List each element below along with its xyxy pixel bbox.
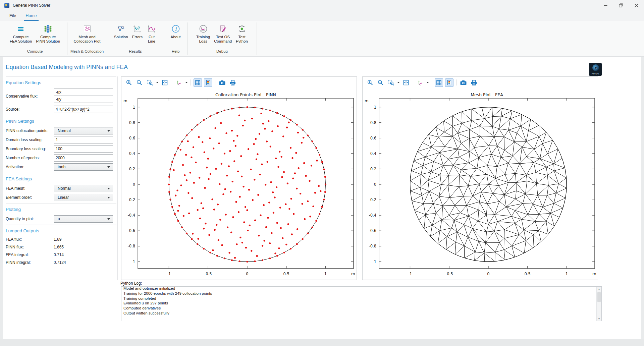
y-tick-label: -0.4 — [369, 213, 376, 218]
fit-view-icon[interactable] — [402, 78, 410, 87]
ribbon-button-label: ComputePiNN Solution — [36, 35, 60, 44]
form-row: FEA flux:1.69 — [6, 237, 116, 242]
ribbon-button-label: About — [170, 35, 180, 39]
camera-icon[interactable] — [218, 78, 226, 87]
ribbon-group-label: Compute — [3, 49, 67, 56]
scroll-down-icon[interactable]: ▼ — [597, 316, 601, 321]
camera-icon[interactable] — [459, 78, 468, 87]
collocation-plot-canvas[interactable]: -1-0.500.5110.80.60.40.20-0.2-0.4-0.6-0.… — [121, 88, 357, 280]
zoom-out-icon[interactable] — [376, 78, 385, 87]
app-icon — [4, 3, 9, 8]
ribbon-button-about[interactable]: iAbout — [169, 23, 182, 40]
window-controls — [598, 0, 644, 11]
zoom-out-icon[interactable] — [135, 78, 144, 87]
log-line: Model and optimizer initialized — [123, 286, 599, 291]
field-label: Number of epochs: — [6, 154, 40, 162]
chevron-down-icon — [107, 197, 110, 198]
ribbon-button-cut-line[interactable]: CutLine — [145, 23, 158, 44]
colorbar-toggle-icon[interactable] — [445, 78, 453, 87]
y-tick-label: 1 — [133, 105, 135, 110]
settings-panel: Equation SettingsConservative flux:Sourc… — [6, 74, 116, 268]
toolbar-separator — [456, 79, 457, 85]
y-tick-label: 0.2 — [129, 167, 135, 171]
ribbon-button-solution[interactable]: ∇2Solution — [112, 23, 130, 40]
axis-frame — [379, 98, 595, 269]
ribbon-button-training-loss[interactable]: TrainingLoss — [195, 23, 212, 44]
x-tick-label: 1 — [324, 272, 327, 276]
print-icon[interactable] — [228, 78, 237, 87]
source-field[interactable] — [54, 106, 113, 113]
domain-loss-scaling-field[interactable] — [54, 136, 113, 143]
section-divider — [6, 173, 116, 173]
form-row: PINN collocation points:Normal — [6, 127, 116, 134]
form-row: PINN integral:0.7124 — [6, 260, 116, 266]
element-order-dropdown[interactable]: Linear — [54, 194, 113, 201]
conservative-flux-field-2[interactable] — [54, 96, 113, 103]
section-divider — [6, 203, 116, 204]
ribbon-button-label: CutLine — [148, 35, 155, 44]
zoom-in-icon[interactable] — [125, 78, 133, 87]
quantity-to-plot-dropdown[interactable]: u — [54, 215, 113, 223]
neural-network-icon — [43, 24, 53, 34]
form-row: FEA mesh:Normal — [6, 185, 116, 192]
zoom-box-icon[interactable] — [146, 78, 154, 87]
chevron-down-icon — [107, 130, 110, 132]
zoom-box-icon[interactable] — [387, 78, 395, 87]
mesh-plot-canvas[interactable]: -1-0.500.5110.80.60.40.20-0.2-0.4-0.6-0.… — [363, 88, 598, 280]
fit-view-icon[interactable] — [161, 78, 169, 87]
restore-button[interactable] — [613, 0, 629, 11]
menu-tab-file[interactable]: File — [5, 11, 21, 21]
ribbon-button-mesh-and-collocation-plot[interactable]: Mesh andCollocation Plot — [72, 23, 102, 44]
boundary-loss-scaling-field[interactable] — [54, 145, 113, 153]
ribbon-group-label: Help — [164, 49, 187, 56]
plot-panel-fea: -1-0.500.5110.80.60.40.20-0.2-0.4-0.6-0.… — [362, 76, 598, 280]
log-line: Training for 2000 epochs with 249 colloc… — [123, 291, 599, 296]
fea-mesh-dropdown[interactable]: Normal — [54, 185, 113, 192]
content-area: Equation Based Modeling with PINNs and F… — [3, 57, 641, 339]
form-row: Domain loss scaling: — [6, 136, 116, 143]
pinn-integral-value: 0.7124 — [54, 260, 66, 266]
chevron-down-icon[interactable] — [185, 82, 188, 83]
y-tick-label: 0.2 — [370, 167, 376, 171]
minimize-button[interactable] — [598, 0, 613, 11]
grid-toggle-icon[interactable] — [435, 78, 443, 87]
ribbon-button-test-os-command[interactable]: Test OSCommand — [212, 23, 233, 44]
zoom-in-icon[interactable] — [366, 78, 374, 87]
chevron-down-icon[interactable] — [426, 82, 429, 83]
menu-tab-home[interactable]: Home — [21, 11, 41, 21]
form-row: Activation:tanh — [6, 163, 116, 171]
axis-orientation-icon[interactable] — [175, 78, 183, 87]
ribbon-button-compute-pinn-solution[interactable]: ComputePiNN Solution — [34, 23, 62, 44]
scrollbar-thumb[interactable] — [597, 292, 601, 302]
chevron-down-icon[interactable] — [156, 82, 159, 83]
dropdown-value: Normal — [58, 128, 71, 133]
pinn-collocation-points-dropdown[interactable]: Normal — [54, 127, 113, 134]
x-tick-label: 0.5 — [283, 272, 289, 276]
field-label: Activation: — [6, 163, 24, 171]
field-label: Quantity to plot: — [6, 215, 34, 223]
toolbar-separator — [413, 79, 413, 85]
close-button[interactable] — [629, 0, 644, 11]
colorbar-toggle-icon[interactable] — [204, 78, 212, 87]
y-tick-label: 0.6 — [370, 136, 376, 140]
ribbon-button-errors[interactable]: Errors — [130, 23, 144, 40]
logo-swirl-icon — [592, 64, 599, 71]
log-scrollbar[interactable]: ▲ ▼ — [596, 287, 601, 321]
activation-dropdown[interactable]: tanh — [54, 163, 113, 171]
log-line: Training completed — [123, 296, 599, 301]
axis-orientation-icon[interactable] — [416, 78, 424, 87]
chevron-down-icon[interactable] — [397, 82, 400, 83]
dropdown-value: tanh — [58, 165, 65, 169]
training-loss-icon — [198, 24, 208, 34]
ribbon-group-help: iAboutHelp — [164, 21, 187, 56]
y-axis-unit: m — [123, 99, 127, 103]
ribbon-button-test-python[interactable]: TestPython — [234, 23, 250, 44]
number-of-epochs-field[interactable] — [54, 154, 113, 162]
print-icon[interactable] — [470, 78, 478, 87]
ribbon-button-compute-fea-solution[interactable]: ComputeFEA Solution — [8, 23, 34, 44]
chevron-down-icon — [107, 218, 110, 220]
scroll-up-icon[interactable]: ▲ — [597, 287, 601, 291]
grid-toggle-icon[interactable] — [194, 78, 202, 87]
conservative-flux-field-1[interactable] — [54, 89, 113, 96]
form-row: Element order:Linear — [6, 194, 116, 201]
